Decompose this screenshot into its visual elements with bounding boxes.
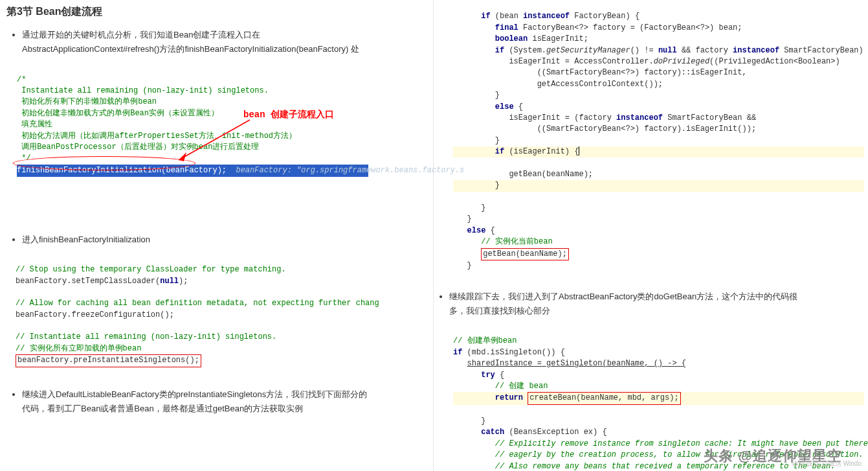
- bullet-list-right-1: 继续跟踪下去，我们进入到了AbstractBeanFactory类的doGetB…: [434, 290, 864, 318]
- section-heading: 第3节 Bean创建流程: [6, 5, 427, 19]
- highlighted-line: }: [453, 180, 864, 191]
- text: 通过最开始的关键时机点分析，我们知道Bean创建子流程入口在: [22, 30, 260, 40]
- inline-hint: beanFactory: "org.springframework.beans.…: [227, 166, 464, 175]
- highlighted-line: return createBean(beanName, mbd, args);: [453, 392, 864, 404]
- text: 继续跟踪下去，我们进入到了AbstractBeanFactory类的doGetB…: [449, 292, 797, 301]
- comment: 初始化方法调用（比如调用afterPropertiesSet方法、init-me…: [17, 132, 296, 141]
- caret-icon: [579, 146, 579, 155]
- bullet-list-2: 进入finishBeanFactoryInitialization: [6, 233, 427, 247]
- comment: /*: [17, 75, 26, 84]
- code-block-1: /* Instantiate all remaining (non-lazy-i…: [17, 63, 427, 222]
- comment: // Allow for caching all bean definition…: [16, 299, 379, 308]
- code-line: beanFactory.preInstantiateSingletons();: [17, 356, 199, 365]
- text: AbstractApplicationContext#refresh()方法的f…: [22, 44, 359, 54]
- comment: Instantiate all remaining (non-lazy-init…: [17, 86, 269, 95]
- highlighted-line: if (isEagerInit) {: [453, 146, 864, 157]
- bullet-item: 通过最开始的关键时机点分析，我们知道Bean创建子流程入口在 AbstractA…: [22, 28, 427, 56]
- text: 代码，看到工厂Bean或者普通Bean，最终都是通过getBean的方法获取实例: [22, 404, 303, 413]
- code-block-2: // Stop using the temporary ClassLoader …: [16, 253, 427, 378]
- two-column-document: 第3节 Bean创建流程 通过最开始的关键时机点分析，我们知道Bean创建子流程…: [0, 0, 868, 471]
- svg-marker-1: [179, 152, 186, 161]
- text: 多，我们直接找到核心部分: [449, 306, 550, 316]
- red-box-marker: createBean(beanName, mbd, args);: [528, 392, 680, 404]
- highlighted-code-line: finishBeanFactoryInitialization(beanFact…: [17, 165, 368, 177]
- bullet-item: 进入finishBeanFactoryInitialization: [22, 233, 427, 247]
- right-column: if (bean instanceof FactoryBean) { final…: [434, 0, 868, 471]
- code-line: beanFactory.setTempClassLoader(null);: [16, 277, 188, 286]
- arrow-icon: [172, 115, 256, 167]
- comment: // Stop using the temporary ClassLoader …: [16, 265, 286, 274]
- comment: // Instantiate all remaining (non-lazy-i…: [16, 332, 276, 341]
- bullet-list-3: 继续进入DefaultListableBeanFactory类的preInsta…: [6, 387, 427, 416]
- activation-hint: 转到"设置"以激活 Windo: [792, 459, 862, 468]
- comment: 调用BeanPostProcessor（后置处理器）对实例bean进行后置处理: [17, 143, 259, 152]
- bullet-list-1: 通过最开始的关键时机点分析，我们知道Bean创建子流程入口在 AbstractA…: [6, 28, 427, 56]
- text: 继续进入DefaultListableBeanFactory类的preInsta…: [22, 389, 367, 399]
- code-block-right-1: if (bean instanceof FactoryBean) { final…: [453, 0, 864, 283]
- red-box-marker: getBean(beanName);: [481, 248, 569, 260]
- bullet-item: 继续跟踪下去，我们进入到了AbstractBeanFactory类的doGetB…: [449, 290, 864, 318]
- left-column: 第3节 Bean创建流程 通过最开始的关键时机点分析，我们知道Bean创建子流程…: [0, 0, 434, 471]
- code-text: finishBeanFactoryInitialization(beanFact…: [17, 166, 227, 175]
- code-line: beanFactory.freezeConfiguration();: [16, 310, 174, 319]
- comment: 初始化所有剩下的非懒加载的单例bean: [17, 97, 157, 106]
- code-block-right-2: // 创建单例bean if (mbd.isSingleton()) { sha…: [453, 325, 864, 471]
- comment: */: [17, 154, 31, 163]
- bullet-item: 继续进入DefaultListableBeanFactory类的preInsta…: [22, 387, 427, 416]
- comment: 填充属性: [17, 120, 52, 129]
- comment: // 实例化所有立即加载的单例bean: [16, 344, 141, 353]
- red-box-marker: beanFactory.preInstantiateSingletons();: [16, 354, 201, 367]
- annotation-label: bean 创建子流程入口: [243, 108, 334, 121]
- comment: 初始化创建非懒加载方式的单例Bean实例（未设置属性）: [17, 109, 219, 118]
